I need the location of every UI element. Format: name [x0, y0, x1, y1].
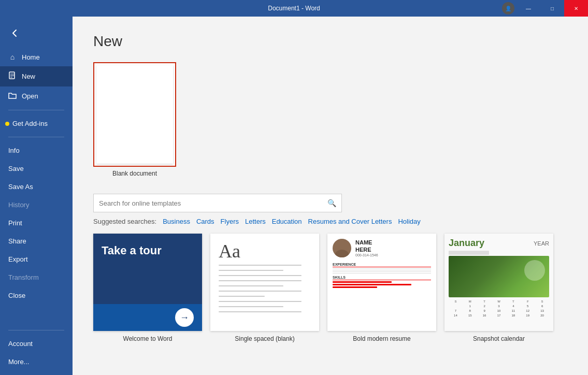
calendar-thumbnail: January YEAR S M T W T F S — [444, 234, 553, 331]
sidebar-item-new[interactable]: New — [0, 66, 73, 86]
sidebar-item-open[interactable]: Open — [0, 86, 73, 106]
cal-cell-7: 6 — [535, 304, 549, 308]
tour-arrow-icon: → — [175, 308, 194, 327]
cal-title-line — [449, 251, 489, 255]
page-title: New — [93, 33, 567, 50]
sidebar-spacer — [0, 305, 73, 326]
skill-bar-3 — [333, 286, 431, 288]
cal-cell-10: 9 — [478, 309, 492, 313]
new-doc-icon — [8, 71, 17, 81]
suggested-holiday[interactable]: Holiday — [398, 218, 420, 225]
resume-line-2 — [333, 270, 431, 270]
sidebar-item-transform: Transform — [0, 268, 73, 286]
profile-area[interactable]: 👤 — [500, 0, 517, 17]
sidebar-item-get-add-ins[interactable]: Get Add-ins — [0, 114, 73, 133]
sidebar-item-history: History — [0, 196, 73, 214]
ss-line-5 — [219, 285, 283, 286]
dot-indicator — [5, 122, 9, 126]
sidebar-item-export[interactable]: Export — [0, 250, 73, 268]
sidebar-item-info[interactable]: Info — [0, 141, 73, 160]
tour-top: Take a tour — [93, 234, 202, 304]
sidebar-item-save[interactable]: Save — [0, 160, 73, 178]
sidebar-item-saveas-label: Save As — [8, 183, 33, 191]
sidebar-item-share[interactable]: Share — [0, 232, 73, 250]
sidebar-item-home-label: Home — [22, 53, 40, 61]
sidebar-item-close-label: Close — [8, 292, 25, 299]
skill-bar-fill-3 — [333, 286, 377, 288]
cal-cell-12: 11 — [506, 309, 520, 313]
sidebar-item-account[interactable]: Account — [0, 335, 73, 353]
window-controls[interactable]: — □ ✕ — [517, 0, 588, 17]
cal-cell-15: 14 — [449, 313, 463, 318]
ss-line-7 — [219, 296, 265, 297]
template-card-resume[interactable]: NAMEHERE 000-314-1546 EXPERIENCE SKILLS — [327, 234, 436, 342]
sidebar-item-close[interactable]: Close — [0, 286, 73, 305]
title-bar: Document1 - Word 👤 — □ ✕ — [0, 0, 588, 17]
suggested-cards[interactable]: Cards — [196, 218, 214, 225]
resume-thumbnail: NAMEHERE 000-314-1546 EXPERIENCE SKILLS — [327, 234, 436, 331]
svg-point-2 — [335, 250, 349, 257]
skill-bar-2 — [333, 284, 431, 285]
sidebar-item-save-as[interactable]: Save As — [0, 178, 73, 196]
cal-day-t: T — [478, 299, 492, 304]
ss-line-6 — [219, 291, 302, 292]
close-button[interactable]: ✕ — [564, 0, 588, 17]
sidebar-item-print[interactable]: Print — [0, 214, 73, 232]
ss-line-3 — [219, 275, 302, 276]
sidebar-item-more-label: More... — [8, 358, 29, 366]
cal-cell-4: 3 — [492, 304, 506, 308]
resume-header: NAMEHERE 000-314-1546 — [327, 234, 436, 261]
avatar[interactable]: 👤 — [502, 2, 514, 15]
home-icon: ⌂ — [8, 53, 17, 61]
cal-cell-3: 2 — [478, 304, 492, 308]
tour-bottom: → — [93, 304, 202, 331]
cal-cell-19: 18 — [506, 313, 520, 318]
cal-photo-overlay — [524, 260, 545, 281]
main-content: New Blank document 🔍 Suggested searches:… — [73, 17, 588, 375]
sidebar-item-more[interactable]: More... — [0, 353, 73, 371]
cal-cell-20: 19 — [521, 313, 535, 318]
suggested-flyers[interactable]: Flyers — [221, 218, 239, 225]
divider-1 — [8, 110, 64, 110]
resume-line-1 — [333, 268, 431, 269]
template-card-single-spaced[interactable]: Aa Single spaced (blank) — [210, 234, 319, 342]
blank-doc-container: Blank document — [93, 62, 176, 177]
cal-cell-21: 20 — [535, 313, 549, 318]
minimize-button[interactable]: — — [517, 0, 540, 17]
suggested-business[interactable]: Business — [163, 218, 190, 225]
open-icon — [8, 92, 17, 100]
cal-header: January YEAR — [449, 238, 549, 249]
suggested-education[interactable]: Education — [272, 218, 302, 225]
cal-month: January — [449, 238, 484, 249]
sidebar-item-info-label: Info — [8, 147, 20, 154]
suggested-label: Suggested searches: — [93, 218, 156, 225]
ss-line-10 — [219, 311, 302, 312]
suggested-letters[interactable]: Letters — [245, 218, 266, 225]
template-card-tour[interactable]: Take a tour → Welcome to Word — [93, 234, 202, 342]
resume-name: NAMEHERE — [355, 239, 431, 253]
cal-day-f: F — [521, 299, 535, 304]
search-section: 🔍 Suggested searches: Business Cards Fly… — [93, 194, 567, 225]
template-label-tour: Welcome to Word — [123, 335, 173, 342]
cal-cell-14: 13 — [535, 309, 549, 313]
suggested-resumes[interactable]: Resumes and Cover Letters — [308, 218, 392, 225]
blank-document-card[interactable] — [93, 62, 176, 167]
cal-day-sa: S — [535, 299, 549, 304]
sidebar-item-export-label: Export — [8, 255, 28, 263]
sidebar: ⌂ Home New Open Get Add-ins — [0, 17, 73, 375]
cal-cell-6: 5 — [521, 304, 535, 308]
featured-templates: Blank document — [93, 62, 567, 177]
cal-cell-17: 16 — [478, 313, 492, 318]
maximize-button[interactable]: □ — [540, 0, 564, 17]
template-card-calendar[interactable]: January YEAR S M T W T F S — [444, 234, 553, 342]
search-icon[interactable]: 🔍 — [327, 199, 336, 207]
search-input[interactable] — [99, 199, 327, 207]
sidebar-item-account-label: Account — [8, 340, 33, 348]
resume-body: EXPERIENCE SKILLS — [327, 261, 436, 291]
search-bar: 🔍 — [93, 194, 342, 212]
resume-section-2-wrapper: SKILLS — [333, 276, 431, 288]
resume-section-2: SKILLS — [333, 276, 431, 280]
resume-subtitle: 000-314-1546 — [355, 253, 431, 257]
back-button[interactable] — [4, 23, 25, 44]
sidebar-item-home[interactable]: ⌂ Home — [0, 48, 73, 66]
